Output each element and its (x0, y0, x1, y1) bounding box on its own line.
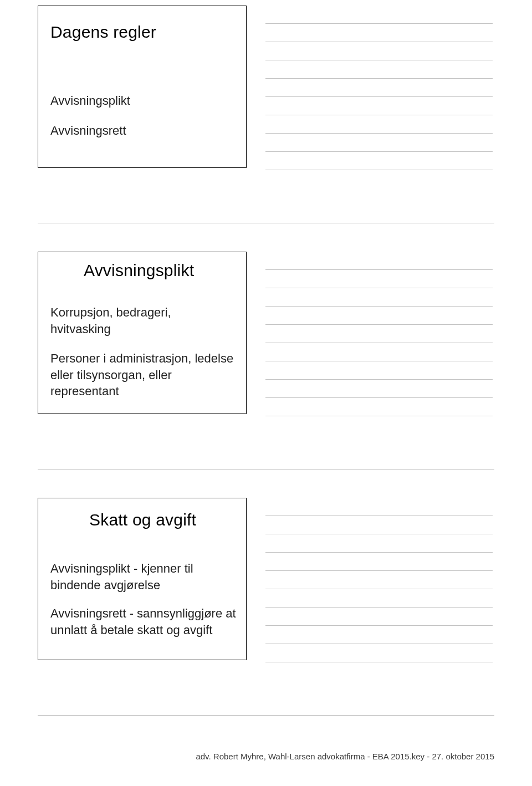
slide-2-box: Avvisningsplikt Korrupsjon, bedrageri, h… (38, 252, 247, 414)
section-3-divider (38, 715, 494, 716)
slide-3-note-lines (265, 498, 493, 662)
slide-2-paragraph-2: Personer i administrasjon, ledelse eller… (50, 350, 239, 400)
section-2-divider (38, 469, 494, 469)
slide-1-title: Dagens regler (50, 23, 156, 42)
slide-2-paragraph-1: Korrupsjon, bedrageri, hvitvasking (50, 304, 233, 337)
slide-1-paragraph-2: Avvisningsrett (50, 123, 126, 139)
slide-3-box: Skatt og avgift Avvisningsplikt - kjenne… (38, 498, 247, 660)
slide-1-paragraph-1: Avvisningsplikt (50, 93, 130, 109)
slide-1-box: Dagens regler Avvisningsplikt Avvisnings… (38, 6, 247, 168)
slide-2-title: Avvisningsplikt (84, 261, 194, 280)
slide-2-note-lines (265, 252, 493, 416)
page-footer: adv. Robert Myhre, Wahl-Larsen advokatfi… (38, 752, 494, 761)
slide-1-note-lines (265, 6, 493, 170)
slide-3-title: Skatt og avgift (89, 511, 196, 529)
slide-3-paragraph-2: Avvisningsrett - sannsynliggjøre at unnl… (50, 605, 239, 638)
section-1-divider (38, 223, 494, 223)
slide-3-paragraph-1: Avvisningsplikt - kjenner til bindende a… (50, 560, 233, 593)
document-page: Dagens regler Avvisningsplikt Avvisnings… (0, 0, 532, 786)
